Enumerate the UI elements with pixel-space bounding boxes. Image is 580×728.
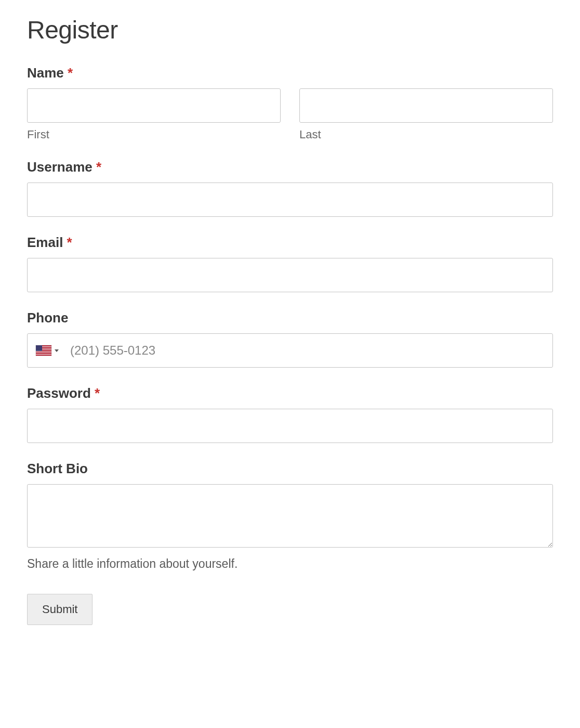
name-label: Name * bbox=[27, 65, 553, 81]
bio-textarea[interactable] bbox=[27, 484, 553, 548]
username-label: Username * bbox=[27, 159, 553, 175]
bio-label-text: Short Bio bbox=[27, 461, 88, 476]
username-input[interactable] bbox=[27, 183, 553, 217]
country-code-selector[interactable] bbox=[28, 334, 64, 367]
first-name-input[interactable] bbox=[27, 88, 281, 123]
us-flag-icon bbox=[36, 345, 51, 356]
required-indicator: * bbox=[95, 385, 100, 401]
required-indicator: * bbox=[96, 159, 101, 175]
name-row: First Last bbox=[27, 88, 553, 141]
bio-field-group: Short Bio Share a little information abo… bbox=[27, 461, 553, 571]
email-label: Email * bbox=[27, 235, 553, 251]
phone-wrapper bbox=[27, 333, 553, 368]
bio-description: Share a little information about yoursel… bbox=[27, 557, 553, 571]
submit-button[interactable]: Submit bbox=[27, 594, 93, 625]
email-label-text: Email bbox=[27, 235, 63, 250]
password-input[interactable] bbox=[27, 409, 553, 443]
email-input[interactable] bbox=[27, 258, 553, 292]
first-name-sublabel: First bbox=[27, 128, 281, 141]
phone-label-text: Phone bbox=[27, 310, 68, 326]
phone-input[interactable] bbox=[64, 334, 552, 367]
register-form: Name * First Last Username * Email * bbox=[27, 65, 553, 625]
last-name-sublabel: Last bbox=[299, 128, 553, 141]
username-label-text: Username bbox=[27, 159, 93, 175]
required-indicator: * bbox=[67, 235, 72, 250]
phone-field-group: Phone bbox=[27, 310, 553, 368]
required-indicator: * bbox=[68, 65, 73, 81]
password-label: Password * bbox=[27, 385, 553, 401]
password-label-text: Password bbox=[27, 385, 91, 401]
bio-label: Short Bio bbox=[27, 461, 553, 477]
last-name-input[interactable] bbox=[299, 88, 553, 123]
email-field-group: Email * bbox=[27, 235, 553, 292]
first-name-col: First bbox=[27, 88, 281, 141]
name-field-group: Name * First Last bbox=[27, 65, 553, 141]
name-label-text: Name bbox=[27, 65, 64, 81]
page-title: Register bbox=[27, 16, 553, 44]
chevron-down-icon bbox=[55, 349, 59, 352]
username-field-group: Username * bbox=[27, 159, 553, 217]
last-name-col: Last bbox=[299, 88, 553, 141]
phone-label: Phone bbox=[27, 310, 553, 326]
password-field-group: Password * bbox=[27, 385, 553, 443]
